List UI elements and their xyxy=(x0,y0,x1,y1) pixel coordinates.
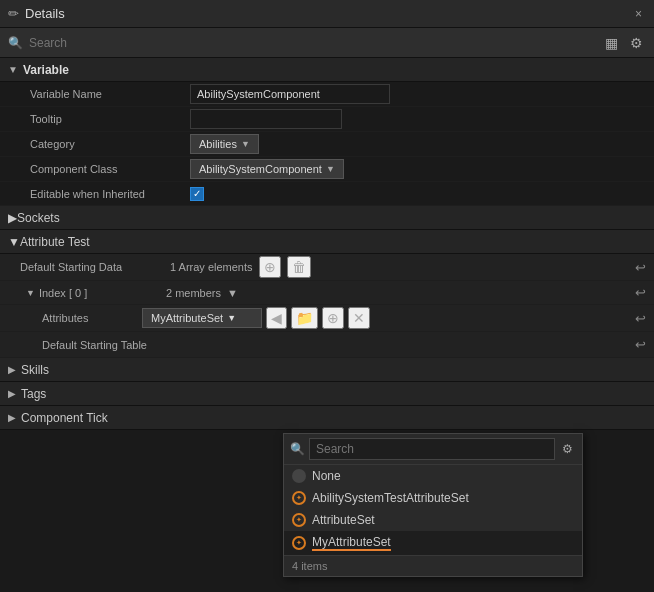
skills-section-header[interactable]: ▶ Skills xyxy=(0,358,654,382)
sockets-label: Sockets xyxy=(17,211,60,225)
top-search-input[interactable] xyxy=(29,36,596,50)
index-arrow: ▼ xyxy=(227,287,238,299)
attribute-test-arrow: ▼ xyxy=(8,235,20,249)
top-search-bar: 🔍 ▦ ⚙ xyxy=(0,28,654,58)
variable-label: Variable xyxy=(23,63,69,77)
edit-icon: ✏ xyxy=(8,6,19,21)
variable-arrow: ▼ xyxy=(8,64,18,75)
index-value: 2 members ▼ xyxy=(166,287,635,299)
default-starting-table-label: Default Starting Table xyxy=(42,339,192,351)
title-left: ✏ Details xyxy=(8,6,65,21)
skills-label: Skills xyxy=(21,363,49,377)
attribute-set-label: AttributeSet xyxy=(312,513,375,527)
default-starting-data-row: Default Starting Data 1 Array elements ⊕… xyxy=(0,254,654,281)
dsd-reset-icon[interactable]: ↩ xyxy=(635,260,646,275)
category-dropdown[interactable]: Abilities ▼ xyxy=(190,134,259,154)
dsd-array-info: 1 Array elements xyxy=(170,261,253,273)
ability-system-test-icon: ✦ xyxy=(292,491,306,505)
tooltip-label: Tooltip xyxy=(30,113,190,125)
none-label: None xyxy=(312,469,341,483)
dsd-add-button[interactable]: ⊕ xyxy=(259,256,281,278)
dsd-label: Default Starting Data xyxy=(20,261,170,273)
variable-name-input[interactable] xyxy=(190,84,390,104)
attributes-controls: MyAttributeSet ▼ ◀ 📁 ⊕ ✕ xyxy=(142,307,635,329)
attribute-set-icon: ✦ xyxy=(292,513,306,527)
popup-gear-button[interactable]: ⚙ xyxy=(559,441,576,457)
default-starting-table-row: Default Starting Table ↩ xyxy=(0,332,654,358)
index-label: ▼ Index [ 0 ] xyxy=(26,287,166,299)
component-class-dropdown[interactable]: AbilitySystemComponent ▼ xyxy=(190,159,344,179)
tags-arrow: ▶ xyxy=(8,388,16,399)
component-tick-section-header[interactable]: ▶ Component Tick xyxy=(0,406,654,430)
dsd-value: 1 Array elements ⊕ 🗑 xyxy=(170,256,635,278)
variable-name-value xyxy=(190,84,646,104)
attributes-row: Attributes MyAttributeSet ▼ ◀ 📁 ⊕ ✕ ↩ xyxy=(0,305,654,332)
ability-system-test-label: AbilitySystemTestAttributeSet xyxy=(312,491,469,505)
editable-inherited-row: Editable when Inherited ✓ xyxy=(0,182,654,206)
popup-search-row: 🔍 ⚙ xyxy=(284,434,582,465)
attributes-dropdown-arrow: ▼ xyxy=(227,313,236,323)
my-attribute-set-icon: ✦ xyxy=(292,536,306,550)
main-wrapper: 🔍 ▦ ⚙ ▼ Variable Variable Name Tooltip C… xyxy=(0,28,654,592)
attribute-test-label: Attribute Test xyxy=(20,235,90,249)
title-bar: ✏ Details × xyxy=(0,0,654,28)
index-row: ▼ Index [ 0 ] 2 members ▼ ↩ xyxy=(0,281,654,305)
attributes-dropdown-text: MyAttributeSet xyxy=(151,312,223,324)
variable-name-label: Variable Name xyxy=(30,88,190,100)
popup-search-icon: 🔍 xyxy=(290,442,305,456)
tags-section-header[interactable]: ▶ Tags xyxy=(0,382,654,406)
component-class-value: AbilitySystemComponent ▼ xyxy=(190,159,646,179)
component-class-dropdown-arrow: ▼ xyxy=(326,164,335,174)
tooltip-value xyxy=(190,109,646,129)
sockets-section-header[interactable]: ▶ Sockets xyxy=(0,206,654,230)
attributes-reset-icon[interactable]: ↩ xyxy=(635,311,646,326)
index-reset-icon[interactable]: ↩ xyxy=(635,285,646,300)
attributes-close-button[interactable]: ✕ xyxy=(348,307,370,329)
skills-arrow: ▶ xyxy=(8,364,16,375)
category-label: Category xyxy=(30,138,190,150)
attributes-prev-button[interactable]: ◀ xyxy=(266,307,287,329)
tooltip-input[interactable] xyxy=(190,109,342,129)
popup-footer: 4 items xyxy=(284,555,582,576)
tags-label: Tags xyxy=(21,387,46,401)
popup-item-count: 4 items xyxy=(292,560,327,572)
my-attribute-set-label: MyAttributeSet xyxy=(312,535,391,551)
dst-reset-icon[interactable]: ↩ xyxy=(635,337,646,352)
sockets-arrow: ▶ xyxy=(8,211,17,225)
none-icon xyxy=(292,469,306,483)
component-class-dropdown-text: AbilitySystemComponent xyxy=(199,163,322,175)
component-class-label: Component Class xyxy=(30,163,190,175)
top-search-right: ▦ ⚙ xyxy=(602,34,646,52)
index-members-info: 2 members xyxy=(166,287,221,299)
attributes-folder-button[interactable]: 📁 xyxy=(291,307,318,329)
category-dropdown-arrow: ▼ xyxy=(241,139,250,149)
dropdown-item-attribute-set[interactable]: ✦ AttributeSet xyxy=(284,509,582,531)
category-row: Category Abilities ▼ xyxy=(0,132,654,157)
settings-button[interactable]: ⚙ xyxy=(627,34,646,52)
category-value: Abilities ▼ xyxy=(190,134,646,154)
attribute-test-section-header[interactable]: ▼ Attribute Test xyxy=(0,230,654,254)
editable-inherited-checkbox[interactable]: ✓ xyxy=(190,187,204,201)
panel-title: Details xyxy=(25,6,65,21)
dropdown-item-none[interactable]: None xyxy=(284,465,582,487)
attributes-label: Attributes xyxy=(42,312,142,324)
component-class-row: Component Class AbilitySystemComponent ▼ xyxy=(0,157,654,182)
grid-view-button[interactable]: ▦ xyxy=(602,34,621,52)
comp-tick-label: Component Tick xyxy=(21,411,108,425)
popup-search-input[interactable] xyxy=(309,438,555,460)
variable-name-row: Variable Name xyxy=(0,82,654,107)
attributes-add-button[interactable]: ⊕ xyxy=(322,307,344,329)
close-button[interactable]: × xyxy=(631,5,646,23)
variable-section-header[interactable]: ▼ Variable xyxy=(0,58,654,82)
category-dropdown-text: Abilities xyxy=(199,138,237,150)
attributes-dropdown[interactable]: MyAttributeSet ▼ xyxy=(142,308,262,328)
dropdown-item-ability-system-test[interactable]: ✦ AbilitySystemTestAttributeSet xyxy=(284,487,582,509)
dropdown-item-my-attribute-set[interactable]: ✦ MyAttributeSet xyxy=(284,531,582,555)
editable-inherited-label: Editable when Inherited xyxy=(30,188,190,200)
search-icon: 🔍 xyxy=(8,36,23,50)
dsd-delete-button[interactable]: 🗑 xyxy=(287,256,311,278)
tooltip-row: Tooltip xyxy=(0,107,654,132)
editable-inherited-value: ✓ xyxy=(190,187,646,201)
attributes-dropdown-popup: 🔍 ⚙ None ✦ AbilitySystemTestAttributeSet… xyxy=(283,433,583,577)
comp-tick-arrow: ▶ xyxy=(8,412,16,423)
